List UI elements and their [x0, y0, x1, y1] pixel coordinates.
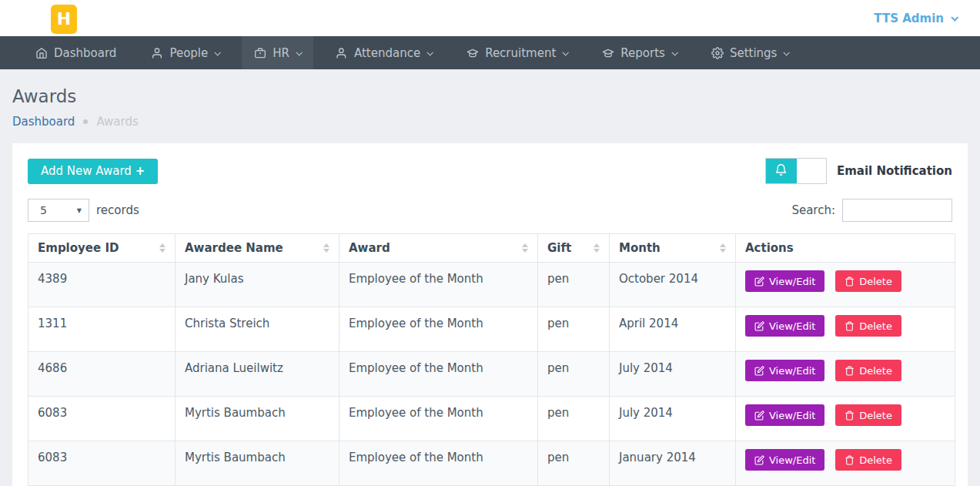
- trash-icon: [845, 411, 855, 421]
- column-header-actions: Actions: [736, 234, 955, 263]
- records-label: records: [96, 203, 139, 217]
- add-new-award-button[interactable]: Add New Award +: [28, 159, 158, 184]
- column-header-month[interactable]: Month: [610, 234, 736, 263]
- nav-item-dashboard[interactable]: Dashboard: [23, 36, 129, 69]
- cell-awardee-name: Jany Kulas: [176, 263, 339, 307]
- edit-icon: [754, 411, 764, 421]
- email-notification-label: Email Notification: [837, 164, 952, 178]
- cell-awardee-name: Myrtis Baumbach: [176, 397, 339, 441]
- cell-month: January 2014: [610, 441, 736, 486]
- email-notification-toggle[interactable]: [765, 158, 827, 184]
- plus-icon: +: [135, 164, 145, 178]
- search-group: Search:: [791, 199, 952, 222]
- toolbar-row-top: Add New Award + Email Notification: [28, 158, 952, 184]
- table-row: 4686 Adriana Lueilwitz Employee of the M…: [28, 352, 955, 397]
- nav-item-attendance[interactable]: Attendance: [323, 36, 444, 69]
- column-header-gift[interactable]: Gift: [538, 234, 610, 263]
- table-row: 4389 Jany Kulas Employee of the Month pe…: [28, 263, 955, 307]
- nav-item-reports[interactable]: Reports: [590, 36, 689, 69]
- edit-icon: [754, 366, 764, 376]
- cell-award: Employee of the Month: [339, 397, 538, 441]
- nav-item-label: Settings: [730, 46, 778, 60]
- user-menu[interactable]: TTS Admin: [874, 12, 957, 25]
- gear-icon: [711, 47, 724, 59]
- breadcrumb: Dashboard Awards: [12, 115, 980, 129]
- cell-actions: View/Edit Delete: [736, 307, 955, 352]
- chevron-down-icon: [563, 49, 569, 55]
- awards-table: Employee ID Awardee Name Award Gift Mont…: [28, 233, 955, 486]
- cell-awardee-name: Myrtis Baumbach: [176, 441, 339, 486]
- column-header-award[interactable]: Award: [339, 234, 538, 263]
- home-icon: [35, 47, 48, 59]
- cell-gift: pen: [538, 263, 610, 307]
- table-row: 1311 Christa Streich Employee of the Mon…: [28, 307, 955, 352]
- trash-icon: [845, 321, 855, 331]
- person-icon: [151, 47, 163, 59]
- breadcrumb-dashboard-link[interactable]: Dashboard: [12, 115, 75, 129]
- cell-gift: pen: [538, 397, 610, 441]
- records-per-page-select[interactable]: 5 ▼: [28, 199, 89, 222]
- chevron-down-icon: [427, 49, 433, 55]
- edit-icon: [754, 277, 764, 287]
- edit-icon: [754, 455, 764, 465]
- graduation-cap-icon: [467, 47, 479, 59]
- main-nav: Dashboard People HR Attendance: [0, 36, 980, 69]
- delete-button[interactable]: Delete: [835, 449, 901, 471]
- cell-award: Employee of the Month: [339, 352, 538, 397]
- nav-item-people[interactable]: People: [139, 36, 232, 69]
- chevron-down-icon: [671, 49, 677, 55]
- bell-icon: [774, 163, 788, 179]
- nav-item-label: Dashboard: [54, 46, 116, 60]
- delete-button[interactable]: Delete: [835, 404, 901, 426]
- search-input[interactable]: [842, 199, 952, 222]
- cell-employee-id: 4389: [28, 263, 176, 307]
- nav-item-label: Attendance: [354, 46, 420, 60]
- table-row: 6083 Myrtis Baumbach Employee of the Mon…: [28, 397, 955, 441]
- nav-item-recruitment[interactable]: Recruitment: [454, 36, 580, 69]
- records-per-page-value: 5: [40, 204, 47, 216]
- top-bar: H TTS Admin: [0, 0, 980, 36]
- delete-button[interactable]: Delete: [835, 270, 901, 292]
- cell-actions: View/Edit Delete: [736, 397, 955, 441]
- delete-button[interactable]: Delete: [835, 315, 901, 337]
- awards-card: Add New Award + Email Notification 5: [12, 143, 968, 486]
- trash-icon: [845, 455, 855, 465]
- chevron-down-icon: [951, 14, 958, 22]
- records-per-page-group: 5 ▼ records: [28, 199, 139, 222]
- nav-item-settings[interactable]: Settings: [699, 36, 801, 69]
- table-body: 4389 Jany Kulas Employee of the Month pe…: [28, 263, 955, 486]
- sort-icon: [323, 243, 329, 253]
- cell-awardee-name: Christa Streich: [176, 307, 339, 352]
- nav-item-label: Reports: [620, 46, 665, 60]
- sort-icon: [594, 243, 600, 253]
- app-logo[interactable]: H: [51, 5, 77, 34]
- table-row: 6083 Myrtis Baumbach Employee of the Mon…: [28, 441, 955, 486]
- cell-month: October 2014: [610, 263, 736, 307]
- cell-gift: pen: [538, 307, 610, 352]
- cell-employee-id: 4686: [28, 352, 176, 397]
- page-title: Awards: [12, 86, 980, 106]
- app-screen: H TTS Admin Dashboard People HR: [0, 0, 980, 486]
- delete-button[interactable]: Delete: [835, 360, 901, 381]
- cell-actions: View/Edit Delete: [736, 352, 955, 397]
- edit-icon: [754, 321, 764, 331]
- chevron-down-icon: [296, 49, 302, 55]
- column-header-employee-id[interactable]: Employee ID: [28, 234, 176, 263]
- view-edit-button[interactable]: View/Edit: [745, 315, 824, 337]
- cell-employee-id: 6083: [28, 441, 176, 486]
- user-menu-label: TTS Admin: [874, 12, 944, 25]
- toolbar-row-bottom: 5 ▼ records Search:: [28, 199, 952, 222]
- view-edit-button[interactable]: View/Edit: [745, 360, 824, 381]
- briefcase-icon: [254, 47, 266, 59]
- view-edit-button[interactable]: View/Edit: [745, 270, 824, 292]
- toggle-on-segment: [766, 159, 797, 183]
- select-caret-icon: ▼: [77, 207, 82, 214]
- view-edit-button[interactable]: View/Edit: [745, 404, 824, 426]
- page-head: Awards Dashboard Awards: [0, 69, 980, 129]
- view-edit-button[interactable]: View/Edit: [745, 449, 824, 471]
- cell-award: Employee of the Month: [339, 263, 538, 307]
- nav-item-hr[interactable]: HR: [242, 36, 313, 69]
- table-header: Employee ID Awardee Name Award Gift Mont…: [28, 234, 955, 263]
- column-header-awardee-name[interactable]: Awardee Name: [176, 234, 339, 263]
- cell-awardee-name: Adriana Lueilwitz: [176, 352, 339, 397]
